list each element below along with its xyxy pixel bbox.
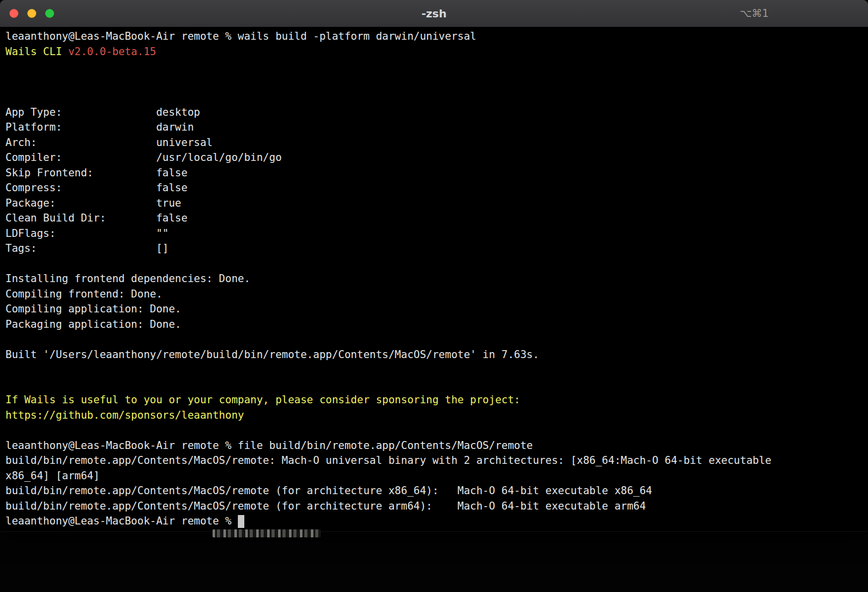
terminal-line: build/bin/remote.app/Contents/MacOS/remo…: [5, 499, 868, 514]
window-title: -zsh: [0, 7, 868, 20]
terminal-line: Compiling frontend: Done.: [5, 287, 868, 302]
terminal-line: leaanthony@Leas-MacBook-Air remote % wai…: [5, 29, 868, 44]
terminal-line: [5, 89, 868, 105]
traffic-lights: [0, 9, 54, 18]
terminal-line: https://github.com/sponsors/leaanthony: [5, 408, 868, 423]
terminal-line: build/bin/remote.app/Contents/MacOS/remo…: [5, 483, 868, 499]
terminal-line: App Type: desktop: [5, 105, 868, 120]
terminal-output[interactable]: leaanthony@Leas-MacBook-Air remote % wai…: [0, 27, 868, 529]
terminal-line: Package: true: [5, 196, 868, 211]
terminal-cursor: [238, 515, 244, 528]
terminal-line: Platform: darwin: [5, 120, 868, 135]
terminal-line: Skip Frontend: false: [5, 165, 868, 181]
terminal-line: [5, 423, 868, 438]
titlebar[interactable]: -zsh ⌥⌘1: [0, 0, 868, 27]
terminal-line: leaanthony@Leas-MacBook-Air remote %: [5, 514, 868, 529]
terminal-line: x86_64] [arm64]: [5, 468, 868, 484]
terminal-line: [5, 377, 868, 393]
terminal-line: [5, 59, 868, 74]
close-button[interactable]: [9, 9, 18, 18]
minimize-button[interactable]: [27, 9, 36, 18]
terminal-line: Installing frontend dependencies: Done.: [5, 271, 868, 287]
window-shortcut-badge: ⌥⌘1: [739, 7, 769, 19]
terminal-line: leaanthony@Leas-MacBook-Air remote % fil…: [5, 438, 868, 453]
terminal-line: Compiler: /usr/local/go/bin/go: [5, 150, 868, 165]
terminal-window: -zsh ⌥⌘1 leaanthony@Leas-MacBook-Air rem…: [0, 0, 868, 531]
terminal-line: [5, 256, 868, 272]
terminal-line: Wails CLI v2.0.0-beta.15: [5, 44, 868, 60]
terminal-line: Arch: universal: [5, 135, 868, 150]
terminal-line: [5, 74, 868, 90]
terminal-line: Built '/Users/leaanthony/remote/build/bi…: [5, 347, 868, 363]
zoom-button[interactable]: [45, 9, 54, 18]
background-window-sliver: [213, 529, 321, 537]
terminal-line: Tags: []: [5, 241, 868, 256]
terminal-line: Clean Build Dir: false: [5, 211, 868, 226]
terminal-line: build/bin/remote.app/Contents/MacOS/remo…: [5, 453, 868, 468]
terminal-line: LDFlags: "": [5, 226, 868, 241]
terminal-line: [5, 332, 868, 347]
terminal-line: [5, 362, 868, 377]
terminal-line: If Wails is useful to you or your compan…: [5, 392, 868, 408]
terminal-line: Compress: false: [5, 180, 868, 196]
terminal-line: Packaging application: Done.: [5, 317, 868, 332]
terminal-line: Compiling application: Done.: [5, 301, 868, 317]
